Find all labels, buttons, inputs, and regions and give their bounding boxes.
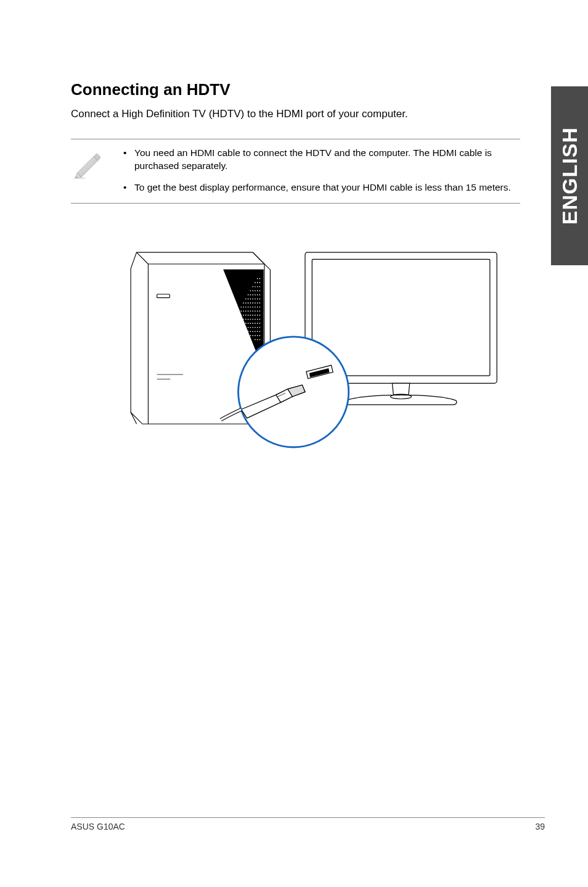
note-item: You need an HDMI cable to connect the HD… (123, 147, 514, 173)
svg-point-109 (259, 331, 261, 332)
note-list: You need an HDMI cable to connect the HD… (123, 147, 514, 196)
svg-point-22 (245, 298, 247, 299)
svg-point-50 (248, 310, 249, 311)
svg-point-28 (259, 298, 261, 299)
svg-point-103 (245, 331, 247, 332)
section-intro: Connect a High Definition TV (HDTV) to t… (71, 108, 545, 120)
svg-point-41 (250, 307, 251, 308)
svg-point-115 (255, 339, 256, 340)
svg-point-59 (243, 315, 244, 316)
svg-rect-121 (312, 259, 490, 376)
svg-point-79 (234, 323, 235, 324)
svg-point-111 (252, 335, 253, 336)
svg-point-84 (245, 323, 247, 324)
svg-point-89 (257, 323, 258, 324)
svg-point-43 (255, 307, 256, 308)
svg-point-62 (250, 315, 251, 316)
svg-point-18 (252, 294, 253, 295)
svg-point-104 (248, 331, 249, 332)
svg-point-34 (255, 302, 256, 303)
page-content: Connecting an HDTV Connect a High Defini… (0, 0, 588, 887)
svg-point-65 (257, 315, 258, 316)
svg-point-82 (240, 323, 242, 324)
svg-point-96 (248, 327, 249, 328)
svg-point-47 (240, 310, 242, 311)
svg-point-25 (252, 298, 253, 299)
svg-point-114 (259, 335, 261, 336)
svg-point-73 (248, 318, 249, 320)
svg-point-90 (259, 323, 261, 324)
svg-point-42 (252, 307, 253, 308)
svg-point-87 (252, 323, 253, 324)
svg-point-80 (236, 323, 237, 324)
svg-point-9 (257, 286, 258, 287)
svg-point-63 (252, 315, 253, 316)
svg-point-36 (259, 302, 261, 303)
svg-point-54 (257, 310, 258, 311)
svg-point-61 (248, 315, 249, 316)
svg-point-57 (239, 315, 240, 316)
footer-product: ASUS G10AC (71, 822, 125, 831)
svg-point-81 (239, 323, 240, 324)
svg-point-31 (248, 302, 249, 303)
svg-point-33 (252, 302, 253, 303)
footer-page-number: 39 (535, 822, 545, 831)
svg-point-6 (259, 282, 261, 283)
svg-point-8 (255, 286, 256, 287)
svg-point-14 (257, 290, 258, 291)
svg-point-55 (259, 310, 261, 311)
svg-point-10 (259, 286, 261, 287)
svg-point-37 (240, 307, 242, 308)
svg-point-52 (252, 310, 253, 311)
svg-point-110 (250, 335, 251, 336)
svg-point-53 (255, 310, 256, 311)
svg-point-13 (255, 290, 256, 291)
svg-point-49 (245, 310, 247, 311)
svg-point-92 (239, 327, 240, 328)
note-item: To get the best display performance, ens… (123, 181, 514, 194)
svg-point-56 (236, 315, 237, 316)
svg-point-44 (257, 307, 258, 308)
svg-point-78 (259, 318, 261, 320)
svg-point-68 (236, 318, 237, 320)
svg-point-21 (259, 294, 261, 295)
svg-point-45 (259, 307, 261, 308)
svg-point-72 (245, 318, 247, 320)
svg-point-83 (243, 323, 244, 324)
svg-point-70 (240, 318, 242, 320)
svg-point-51 (250, 310, 251, 311)
svg-point-98 (252, 327, 253, 328)
svg-point-76 (255, 318, 256, 320)
svg-point-32 (250, 302, 251, 303)
svg-point-39 (245, 307, 247, 308)
svg-point-116 (257, 339, 258, 340)
svg-point-99 (255, 327, 256, 328)
svg-point-23 (248, 298, 249, 299)
svg-point-30 (245, 302, 247, 303)
svg-point-20 (257, 294, 258, 295)
svg-point-48 (243, 310, 244, 311)
svg-point-16 (248, 294, 249, 295)
note-block: You need an HDMI cable to connect the HD… (71, 139, 520, 204)
svg-point-97 (250, 327, 251, 328)
svg-point-35 (257, 302, 258, 303)
svg-point-100 (257, 327, 258, 328)
svg-point-69 (239, 318, 240, 320)
svg-point-75 (252, 318, 253, 320)
svg-point-4 (255, 282, 256, 283)
svg-rect-1 (157, 294, 170, 298)
svg-point-15 (259, 290, 261, 291)
svg-point-64 (255, 315, 256, 316)
svg-point-26 (255, 298, 256, 299)
svg-point-27 (257, 298, 258, 299)
svg-point-29 (243, 302, 244, 303)
svg-point-66 (259, 315, 261, 316)
svg-point-58 (240, 315, 242, 316)
section-title: Connecting an HDTV (71, 80, 545, 99)
svg-point-106 (252, 331, 253, 332)
svg-point-112 (255, 335, 256, 336)
svg-point-85 (248, 323, 249, 324)
svg-point-117 (259, 339, 261, 340)
svg-point-91 (236, 327, 237, 328)
svg-point-74 (250, 318, 251, 320)
